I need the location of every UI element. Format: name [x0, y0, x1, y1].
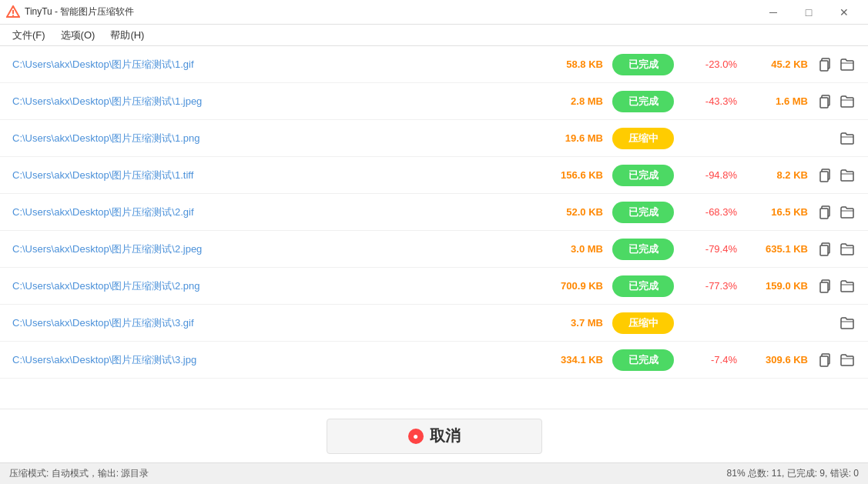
file-path: C:\Users\akx\Desktop\图片压缩测试\1.png — [12, 132, 524, 145]
table-row: C:\Users\akx\Desktop\图片压缩测试\1.tiff156.6 … — [0, 157, 868, 194]
copy-file-icon[interactable] — [817, 241, 834, 258]
compression-rate: -79.4% — [683, 243, 737, 255]
table-row: C:\Users\akx\Desktop\图片压缩测试\2.png700.9 K… — [0, 268, 868, 305]
file-size-compressed: 8.2 KB — [746, 169, 808, 181]
table-row: C:\Users\akx\Desktop\图片压缩测试\3.jpg334.1 K… — [0, 342, 868, 379]
copy-icon-placeholder — [817, 315, 834, 332]
app-icon — [6, 5, 20, 19]
file-size-original: 3.7 MB — [534, 317, 603, 329]
open-folder-icon[interactable] — [839, 352, 856, 369]
svg-rect-10 — [820, 209, 828, 219]
svg-point-2 — [12, 15, 14, 16]
action-icons — [817, 167, 856, 184]
svg-rect-16 — [820, 356, 828, 366]
file-path: C:\Users\akx\Desktop\图片压缩测试\2.png — [12, 279, 524, 293]
cancel-area: ● 取消 — [0, 409, 868, 462]
status-badge: 已完成 — [612, 91, 674, 112]
file-list: C:\Users\akx\Desktop\图片压缩测试\1.gif58.8 KB… — [0, 46, 868, 409]
copy-file-icon[interactable] — [817, 167, 834, 184]
open-folder-icon[interactable] — [839, 56, 856, 73]
title-bar-left: TinyTu - 智能图片压缩软件 — [6, 5, 134, 19]
file-size-original: 2.8 MB — [534, 95, 603, 107]
status-left: 压缩模式: 自动模式，输出: 源目录 — [9, 467, 149, 480]
compression-rate: -43.3% — [683, 95, 737, 107]
file-size-original: 700.9 KB — [534, 280, 603, 292]
table-row: C:\Users\akx\Desktop\图片压缩测试\1.png19.6 MB… — [0, 120, 868, 157]
maximize-button[interactable]: □ — [791, 0, 826, 25]
file-size-original: 3.0 MB — [534, 243, 603, 255]
table-row: C:\Users\akx\Desktop\图片压缩测试\1.gif58.8 KB… — [0, 46, 868, 83]
status-badge: 压缩中 — [612, 312, 674, 334]
status-badge: 压缩中 — [612, 128, 674, 149]
svg-rect-14 — [820, 282, 828, 292]
open-folder-icon[interactable] — [839, 167, 856, 184]
menu-file[interactable]: 文件(F) — [6, 26, 52, 45]
open-folder-icon[interactable] — [839, 278, 856, 295]
file-size-compressed: 1.6 MB — [746, 95, 808, 107]
status-badge: 已完成 — [612, 54, 674, 75]
compression-rate: -7.4% — [683, 354, 737, 366]
cancel-label: 取消 — [430, 426, 461, 446]
action-icons — [817, 278, 856, 295]
table-row: C:\Users\akx\Desktop\图片压缩测试\3.gif3.7 MB压… — [0, 305, 868, 342]
status-badge: 已完成 — [612, 239, 674, 260]
action-icons — [817, 352, 856, 369]
table-row: C:\Users\akx\Desktop\图片压缩测试\1.jpeg2.8 MB… — [0, 83, 868, 120]
title-bar: TinyTu - 智能图片压缩软件 ─ □ ✕ — [0, 0, 868, 25]
table-row: C:\Users\akx\Desktop\图片压缩测试\2.gif52.0 KB… — [0, 194, 868, 231]
file-size-original: 58.8 KB — [534, 58, 603, 70]
status-bar: 压缩模式: 自动模式，输出: 源目录 81% 总数: 11, 已完成: 9, 错… — [0, 462, 868, 484]
compression-rate: -68.3% — [683, 206, 737, 218]
action-icons — [817, 130, 856, 147]
menu-bar: 文件(F) 选项(O) 帮助(H) — [0, 25, 868, 46]
main-content: C:\Users\akx\Desktop\图片压缩测试\1.gif58.8 KB… — [0, 46, 868, 462]
svg-rect-12 — [820, 245, 828, 255]
copy-file-icon[interactable] — [817, 278, 834, 295]
status-badge: 已完成 — [612, 165, 674, 186]
action-icons — [817, 93, 856, 110]
compression-rate: -23.0% — [683, 58, 737, 70]
status-badge: 已完成 — [612, 275, 674, 297]
compression-rate: -94.8% — [683, 169, 737, 181]
file-path: C:\Users\akx\Desktop\图片压缩测试\2.gif — [12, 205, 524, 219]
file-size-original: 156.6 KB — [534, 169, 603, 181]
file-path: C:\Users\akx\Desktop\图片压缩测试\3.gif — [12, 316, 524, 330]
status-badge: 已完成 — [612, 202, 674, 223]
file-size-compressed: 45.2 KB — [746, 58, 808, 70]
copy-file-icon[interactable] — [817, 352, 834, 369]
compression-rate: -77.3% — [683, 280, 737, 292]
open-folder-icon[interactable] — [839, 204, 856, 221]
open-folder-icon[interactable] — [839, 130, 856, 147]
open-folder-icon[interactable] — [839, 93, 856, 110]
cancel-button[interactable]: ● 取消 — [327, 419, 542, 454]
svg-rect-6 — [820, 98, 828, 108]
file-size-original: 334.1 KB — [534, 354, 603, 366]
copy-file-icon[interactable] — [817, 204, 834, 221]
file-path: C:\Users\akx\Desktop\图片压缩测试\2.jpeg — [12, 242, 524, 256]
open-folder-icon[interactable] — [839, 241, 856, 258]
file-size-compressed: 16.5 KB — [746, 206, 808, 218]
svg-rect-4 — [820, 61, 828, 71]
menu-help[interactable]: 帮助(H) — [104, 26, 150, 45]
menu-options[interactable]: 选项(O) — [55, 26, 102, 45]
copy-file-icon[interactable] — [817, 56, 834, 73]
copy-file-icon[interactable] — [817, 93, 834, 110]
action-icons — [817, 56, 856, 73]
file-path: C:\Users\akx\Desktop\图片压缩测试\1.jpeg — [12, 95, 524, 108]
table-row: C:\Users\akx\Desktop\图片压缩测试\2.jpeg3.0 MB… — [0, 231, 868, 268]
status-right: 81% 总数: 11, 已完成: 9, 错误: 0 — [727, 467, 859, 480]
action-icons — [817, 241, 856, 258]
file-size-compressed: 309.6 KB — [746, 354, 808, 366]
app-title: TinyTu - 智能图片压缩软件 — [25, 5, 134, 18]
window-controls: ─ □ ✕ — [756, 0, 862, 25]
file-size-compressed: 159.0 KB — [746, 280, 808, 292]
minimize-button[interactable]: ─ — [756, 0, 791, 25]
file-path: C:\Users\akx\Desktop\图片压缩测试\1.tiff — [12, 169, 524, 182]
action-icons — [817, 204, 856, 221]
svg-rect-8 — [820, 172, 828, 182]
file-size-compressed: 635.1 KB — [746, 243, 808, 255]
file-path: C:\Users\akx\Desktop\图片压缩测试\3.jpg — [12, 353, 524, 367]
open-folder-icon[interactable] — [839, 315, 856, 332]
close-button[interactable]: ✕ — [826, 0, 862, 25]
file-path: C:\Users\akx\Desktop\图片压缩测试\1.gif — [12, 58, 524, 72]
